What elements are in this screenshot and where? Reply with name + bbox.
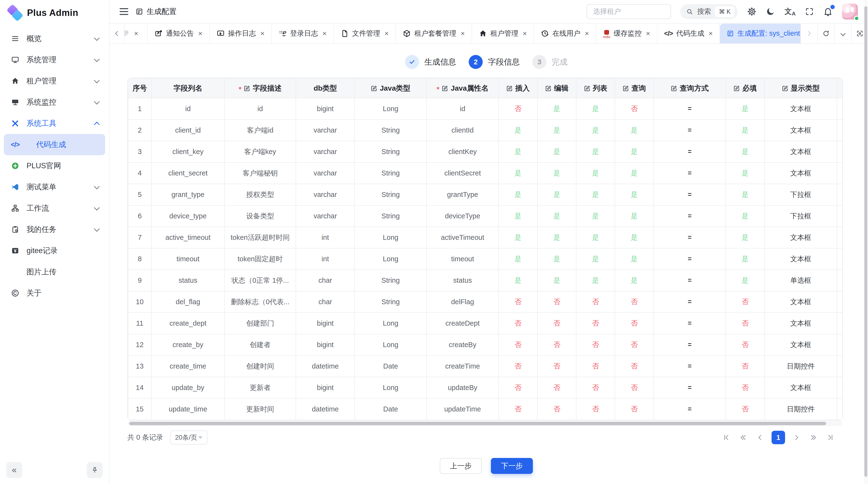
- sidebar-item-系统监控[interactable]: 系统监控: [4, 92, 105, 113]
- cell-prop[interactable]: activeTimeout: [427, 227, 499, 248]
- tab-操作日志[interactable]: 操作日志×: [210, 24, 272, 43]
- cell-list[interactable]: 是: [576, 270, 615, 291]
- cell-java[interactable]: Date: [355, 356, 427, 377]
- cell-java[interactable]: String: [355, 270, 427, 291]
- cell-prop[interactable]: createBy: [427, 334, 499, 356]
- cell-insert[interactable]: 是: [499, 184, 537, 205]
- cell-list[interactable]: 是: [576, 141, 615, 162]
- cell-insert[interactable]: 是: [499, 141, 537, 162]
- cell-insert[interactable]: 是: [499, 120, 537, 141]
- tab-close-icon[interactable]: ×: [461, 30, 465, 37]
- cell-list[interactable]: 否: [576, 377, 615, 398]
- user-avatar[interactable]: [842, 4, 858, 20]
- cell-qmode[interactable]: =: [654, 334, 726, 356]
- fullscreen-button[interactable]: [805, 7, 814, 16]
- cell-qmode[interactable]: =: [654, 291, 726, 313]
- tab-more-button[interactable]: [834, 24, 851, 43]
- cell-query[interactable]: 是: [615, 248, 654, 270]
- cell-java[interactable]: String: [355, 162, 427, 184]
- cell-prop[interactable]: status: [427, 270, 499, 291]
- cell-java[interactable]: String: [355, 205, 427, 227]
- cell-desc[interactable]: token活跃超时时间: [224, 227, 296, 248]
- cell-desc[interactable]: 客户端秘钥: [224, 162, 296, 184]
- cell-edit[interactable]: 是: [537, 270, 576, 291]
- cell-edit[interactable]: 否: [537, 291, 576, 313]
- sidebar-item-系统工具[interactable]: 系统工具: [4, 113, 105, 134]
- cell-list[interactable]: 是: [576, 248, 615, 270]
- cell-required[interactable]: 否: [726, 291, 765, 313]
- cell-display[interactable]: 单选框: [765, 270, 837, 291]
- cell-required[interactable]: 否: [726, 398, 765, 420]
- sidebar-item-图片上传[interactable]: 图片上传: [4, 261, 105, 283]
- cell-query[interactable]: 否: [615, 398, 654, 420]
- next-page-button[interactable]: [791, 432, 802, 443]
- cell-java[interactable]: Date: [355, 398, 427, 420]
- cell-query[interactable]: 是: [615, 270, 654, 291]
- cell-prop[interactable]: clientKey: [427, 141, 499, 162]
- tab-refresh-button[interactable]: [817, 24, 834, 43]
- cell-display[interactable]: 文本框: [765, 377, 837, 398]
- settings-button[interactable]: [747, 7, 756, 17]
- cell-required[interactable]: 是: [726, 184, 765, 205]
- cell-insert[interactable]: 否: [499, 98, 537, 120]
- cell-java[interactable]: String: [355, 184, 427, 205]
- sidebar-item-租户管理[interactable]: 租户管理: [4, 70, 105, 92]
- cell-display[interactable]: 文本框: [765, 120, 837, 141]
- cell-edit[interactable]: 否: [537, 398, 576, 420]
- cell-prop[interactable]: clientSecret: [427, 162, 499, 184]
- cell-list[interactable]: 否: [576, 356, 615, 377]
- sidebar-item-概览[interactable]: 概览: [4, 28, 105, 49]
- tab-文件管理[interactable]: 文件管理×: [334, 24, 396, 43]
- cell-qmode[interactable]: =: [654, 120, 726, 141]
- sidebar-item-测试菜单[interactable]: 测试菜单: [4, 176, 105, 198]
- cell-required[interactable]: 否: [726, 377, 765, 398]
- cell-insert[interactable]: 否: [499, 356, 537, 377]
- cell-required[interactable]: 是: [726, 270, 765, 291]
- cell-edit[interactable]: 是: [537, 227, 576, 248]
- tab-close-icon[interactable]: ×: [198, 30, 203, 37]
- cell-prop[interactable]: delFlag: [427, 291, 499, 313]
- cell-desc[interactable]: 更新时间: [224, 398, 296, 420]
- cell-query[interactable]: 否: [615, 377, 654, 398]
- cell-desc[interactable]: 状态（0正常 1停...: [224, 270, 296, 291]
- cell-edit[interactable]: 是: [537, 120, 576, 141]
- cell-qmode[interactable]: =: [654, 205, 726, 227]
- cell-query[interactable]: 是: [615, 227, 654, 248]
- sidebar-item-我的任务[interactable]: 我的任务: [4, 219, 105, 240]
- next-5-pages-button[interactable]: [808, 432, 819, 443]
- tab-通知公告[interactable]: 通知公告×: [148, 24, 210, 43]
- tab-代码生成[interactable]: </>代码生成×: [657, 24, 720, 43]
- cell-qmode[interactable]: =: [654, 98, 726, 120]
- cell-insert[interactable]: 是: [499, 227, 537, 248]
- cell-required[interactable]: 是: [726, 98, 765, 120]
- cell-prop[interactable]: timeout: [427, 248, 499, 270]
- cell-insert[interactable]: 否: [499, 334, 537, 356]
- cell-display[interactable]: 文本框: [765, 313, 837, 334]
- cell-display[interactable]: 文本框: [765, 334, 837, 356]
- cell-desc[interactable]: 删除标志（0代表...: [224, 291, 296, 313]
- cell-display[interactable]: 下拉框: [765, 184, 837, 205]
- tab-登录日志[interactable]: 登录日志×: [272, 24, 334, 43]
- cell-query[interactable]: 是: [615, 141, 654, 162]
- cell-desc[interactable]: 授权类型: [224, 184, 296, 205]
- horizontal-scrollbar-thumb[interactable]: [129, 422, 826, 425]
- cell-list[interactable]: 是: [576, 98, 615, 120]
- tab-close-icon[interactable]: ×: [585, 30, 589, 37]
- cell-desc[interactable]: 设备类型: [224, 205, 296, 227]
- tabs-scroll-left-button[interactable]: [110, 24, 124, 43]
- tab-缓存监控[interactable]: redis缓存监控×: [596, 24, 657, 43]
- cell-qmode[interactable]: =: [654, 398, 726, 420]
- cell-required[interactable]: 是: [726, 205, 765, 227]
- cell-desc[interactable]: token固定超时: [224, 248, 296, 270]
- cell-desc[interactable]: 更新者: [224, 377, 296, 398]
- cell-qmode[interactable]: =: [654, 356, 726, 377]
- cell-display[interactable]: 日期控件: [765, 398, 837, 420]
- cell-java[interactable]: Long: [355, 248, 427, 270]
- cell-java[interactable]: Long: [355, 377, 427, 398]
- cell-display[interactable]: 文本框: [765, 291, 837, 313]
- sidebar-item-代码生成[interactable]: </>代码生成: [4, 134, 105, 155]
- sidebar-item-PLUS官网[interactable]: PLUS官网: [4, 155, 105, 176]
- language-button[interactable]: 文A: [784, 6, 796, 17]
- cell-query[interactable]: 否: [615, 291, 654, 313]
- page-size-select[interactable]: 20条/页: [170, 430, 207, 445]
